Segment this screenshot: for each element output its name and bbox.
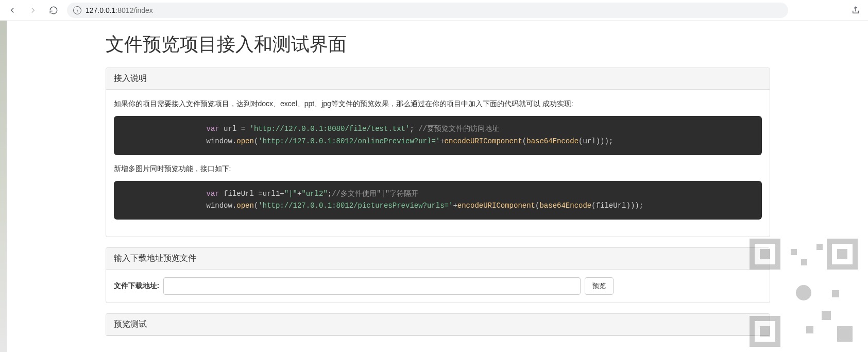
url-path: :8012/index	[115, 6, 152, 14]
file-url-input[interactable]	[163, 277, 581, 295]
integration-description-1: 如果你的项目需要接入文件预览项目，达到对docx、excel、ppt、jpg等文…	[114, 99, 762, 109]
url-text: 127.0.0.1:8012/index	[86, 6, 153, 14]
forward-button[interactable]	[26, 3, 40, 18]
preview-button[interactable]: 预览	[585, 277, 614, 295]
panel-integration-guide: 接入说明 如果你的项目需要接入文件预览项目，达到对docx、excel、ppt、…	[106, 68, 770, 237]
site-info-icon[interactable]: i	[73, 6, 81, 14]
share-icon[interactable]	[848, 3, 863, 18]
background-window-sliver	[0, 21, 7, 352]
url-input-label: 文件下载地址:	[114, 281, 160, 291]
code-block-2: var fileUrl =url1+"|"+"url2";//多文件使用"|"字…	[114, 181, 762, 220]
reload-button[interactable]	[46, 3, 61, 18]
panel-heading-integration: 接入说明	[106, 68, 770, 90]
panel-heading-preview-test: 预览测试	[106, 314, 770, 336]
panel-preview-test: 预览测试	[106, 313, 770, 336]
back-button[interactable]	[5, 3, 20, 18]
panel-heading-url-input: 输入下载地址预览文件	[106, 248, 770, 270]
page-title: 文件预览项目接入和测试界面	[106, 32, 770, 57]
code-block-1: var url = 'http://127.0.0.1:8080/file/te…	[114, 116, 762, 155]
browser-toolbar: i 127.0.0.1:8012/index	[0, 0, 868, 21]
url-host: 127.0.0.1	[86, 6, 115, 14]
address-bar[interactable]: i 127.0.0.1:8012/index	[67, 3, 788, 18]
panel-url-input: 输入下载地址预览文件 文件下载地址: 预览	[106, 247, 770, 303]
integration-description-2: 新增多图片同时预览功能，接口如下:	[114, 164, 762, 174]
